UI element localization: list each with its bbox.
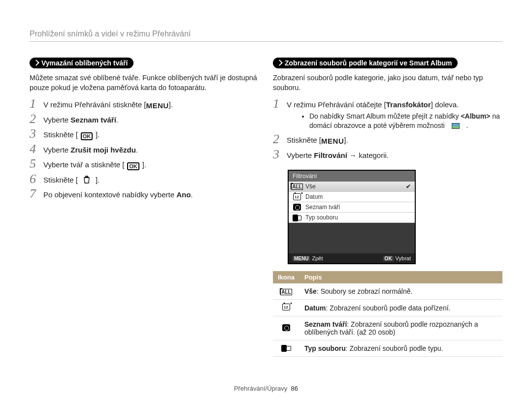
table-row: Typ souboru: Zobrazení souborů podle typ…	[273, 340, 502, 357]
ok-icon: OK	[125, 163, 142, 170]
icon-description-table: Ikona Popis ALLVše: Soubory se zobrazí n…	[273, 271, 502, 357]
right-column: Zobrazení souborů podle kategorií ve Sma…	[273, 58, 502, 357]
screen-footer-back: MENUZpět	[293, 255, 323, 261]
file-type-icon	[293, 215, 301, 220]
text: ].	[169, 100, 173, 109]
text: Ano	[176, 190, 191, 199]
text: Vyberte	[287, 151, 314, 159]
trash-icon	[78, 176, 96, 183]
face-list-icon	[293, 204, 301, 211]
all-icon: ALL	[291, 184, 302, 190]
step: Vyberte Seznam tváří.	[30, 113, 259, 128]
substep: Do nabídky Smart Album můžete přejít z n…	[309, 112, 502, 131]
calendar-icon	[282, 304, 290, 310]
text: Zrušit moji hvězdu	[70, 146, 136, 154]
text: Vyberte	[43, 146, 70, 154]
text: ] doleva.	[431, 100, 459, 109]
text: .	[136, 146, 138, 154]
calendar-icon	[293, 193, 301, 200]
menu-icon: MENU	[146, 102, 168, 109]
text: Transfokátor	[386, 100, 431, 109]
table-row: ALLVše: Soubory se zobrazí normálně.	[273, 283, 502, 300]
text: Filtrování	[314, 151, 347, 159]
filter-option[interactable]: Typ souboru	[289, 213, 415, 223]
step: Stiskněte [OK].	[30, 127, 259, 143]
left-intro: Můžete smazat své oblíbené tváře. Funkce…	[30, 73, 259, 93]
text: ].	[96, 130, 100, 139]
filter-option-label: Vše	[305, 183, 316, 190]
text: V režimu Přehrávání otáčejte [	[287, 100, 386, 109]
text: .	[465, 122, 468, 129]
step: Vyberte Zrušit moji hvězdu.	[30, 143, 259, 158]
table-row: Seznam tváří: Zobrazení souborů podle ro…	[273, 316, 502, 340]
filter-option-label: Datum	[305, 193, 323, 200]
badge-delete-faces: Vymazání oblíbených tváří	[30, 58, 133, 68]
step: Stiskněte [MENU].	[273, 133, 502, 148]
text: Stiskněte [	[43, 176, 78, 184]
left-column: Vymazání oblíbených tváří Můžete smazat …	[30, 58, 259, 357]
text: <Album>	[461, 112, 490, 120]
thumbnail-icon	[447, 123, 465, 129]
right-intro: Zobrazení souborů podle kategorie, jako …	[273, 73, 502, 93]
right-steps: V režimu Přehrávání otáčejte [Transfokát…	[273, 97, 502, 163]
table-row: Datum: Zobrazení souborů podle data poří…	[273, 300, 502, 316]
text: Do nabídky Smart Album můžete přejít z n…	[309, 112, 461, 120]
all-icon: ALL	[280, 289, 292, 295]
text: .	[191, 190, 193, 199]
text: V režimu Přehrávání stiskněte [	[43, 100, 146, 109]
step: Vyberte tvář a stiskněte [OK].	[30, 157, 259, 173]
filter-option[interactable]: Datum	[289, 192, 415, 202]
text: Po objevení kontextové nabídky vyberte	[43, 190, 176, 199]
text: ].	[142, 160, 146, 169]
text: Vyberte	[43, 116, 70, 124]
step: V režimu Přehrávání otáčejte [Transfokát…	[273, 97, 502, 133]
text: .	[116, 116, 118, 124]
menu-icon: MENU	[321, 138, 344, 145]
face-list-icon	[282, 324, 290, 331]
filter-option-label: Typ souboru	[305, 214, 338, 221]
text: Stiskněte [	[287, 136, 321, 144]
th-desc: Popis	[299, 271, 502, 283]
badge-smart-album: Zobrazení souborů podle kategorií ve Sma…	[273, 58, 458, 68]
page-footer: Přehrávání/Úpravy 86	[0, 385, 532, 392]
step: Stiskněte [].	[30, 173, 259, 188]
step: Po objevení kontextové nabídky vyberte A…	[30, 187, 259, 203]
filter-screen: Filtrování ALLVše✔DatumSeznam tváříTyp s…	[288, 170, 416, 264]
filter-option[interactable]: Seznam tváří	[289, 202, 415, 213]
check-icon: ✔	[406, 183, 411, 190]
page-title: Prohlížení snímků a videí v režimu Přehr…	[30, 30, 502, 42]
filter-screen-title: Filtrování	[289, 171, 415, 182]
filter-option-label: Seznam tváří	[305, 204, 340, 211]
text: Stiskněte [	[43, 130, 78, 139]
text: ].	[344, 136, 348, 144]
th-icon: Ikona	[273, 271, 299, 283]
ok-icon: OK	[78, 133, 96, 140]
text: Vyberte tvář a stiskněte [	[43, 160, 125, 169]
step: Vyberte Filtrování → kategorii.	[273, 148, 502, 163]
text: ].	[96, 176, 100, 184]
text: → kategorii.	[347, 151, 389, 159]
step: V režimu Přehrávání stiskněte [MENU].	[30, 97, 259, 113]
text: Seznam tváří	[70, 116, 116, 124]
file-type-icon	[281, 345, 291, 351]
left-steps: V režimu Přehrávání stiskněte [MENU].Vyb…	[30, 97, 259, 203]
filter-option[interactable]: ALLVše✔	[289, 182, 415, 192]
screen-footer-select: OKVybrat	[383, 255, 411, 261]
